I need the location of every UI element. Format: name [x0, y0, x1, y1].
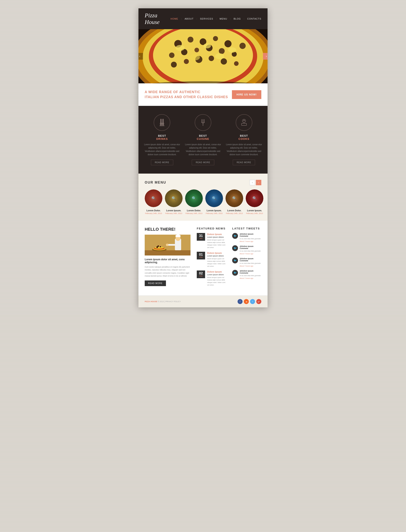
- svg-point-17: [171, 62, 177, 67]
- news-column: FEATURED NEWS 31 JAN Dolore Ipsum Lorem …: [197, 227, 226, 289]
- news-month: FEB: [198, 256, 203, 258]
- news-text: Morbi tempor quam vel massa adpi cursus …: [207, 276, 226, 286]
- nav: HOME • ABOUT • SERVICES • MENU • BLOG • …: [171, 17, 261, 20]
- menu-item[interactable]: 🔍 Lorem Ipsum. February 24th, 2015: [205, 189, 223, 214]
- news-headline[interactable]: Dolore Ipsum: [207, 233, 226, 236]
- menu-prev-button[interactable]: ‹: [250, 180, 255, 185]
- menu-item-date: February 24th, 2013: [246, 212, 263, 214]
- tweet-item: 🐦 @Dolore Ipsum Commete In eu erat vitae…: [232, 233, 261, 242]
- svg-point-49: [158, 245, 159, 247]
- menu-item[interactable]: 🔍 Lorem Ipsum. February 24th, 2013: [246, 189, 263, 214]
- menu-item[interactable]: 🔍 Lorem Dolor. February 24th, 2013: [185, 189, 203, 214]
- tweet-item: 🐦 @Dolore Ipsum Commete In eu erat vitae…: [232, 258, 261, 267]
- news-item: 31 JAN Dolore Ipsum Lorem ipsum dolore M…: [197, 233, 226, 249]
- feature-cooks-btn[interactable]: Read More: [233, 160, 255, 165]
- bottom-section: HELLO THERE!: [138, 221, 268, 296]
- tweet-text: In eu erat vitae felis gramate: [240, 274, 261, 277]
- svg-point-24: [203, 43, 211, 48]
- svg-point-8: [213, 36, 218, 41]
- chef-illustration: [145, 235, 190, 255]
- feature-cuisine: BEST CUISINE Lorem ipsum dolor sit amet,…: [184, 114, 222, 165]
- menu-arrows: ‹ ›: [250, 180, 261, 185]
- svg-point-21: [221, 58, 227, 65]
- hero-next-button[interactable]: ›: [263, 53, 268, 59]
- news-title: FEATURED NEWS: [197, 227, 226, 230]
- news-sub: Lorem ipsum dolore: [207, 236, 226, 238]
- nav-home[interactable]: HOME: [171, 17, 178, 20]
- menu-item-search-icon: 🔍: [151, 196, 156, 201]
- feature-drinks-btn[interactable]: Read More: [151, 160, 174, 165]
- feature-drinks-icon-circle: [154, 114, 170, 131]
- twitter-bird-icon: 🐦: [234, 234, 237, 237]
- svg-point-31: [160, 122, 162, 126]
- news-item: 01 FEB Dolore Ipsum Lorem ipsum dolore M…: [197, 252, 226, 267]
- news-date-box: 31 JAN: [197, 233, 205, 241]
- tweet-handle: @Dolore Ipsum Commete: [240, 270, 261, 274]
- hero-prev-button[interactable]: ‹: [138, 53, 143, 59]
- news-content: Dolore Ipsum Lorem ipsum dolore Morbi te…: [207, 252, 226, 267]
- nav-services[interactable]: SERVICES: [200, 17, 213, 20]
- tweet-content: @Dolore Ipsum Commete In eu erat vitae f…: [240, 233, 261, 242]
- menu-header: OUR MENU ‹ ›: [145, 180, 261, 185]
- menu-item-name: Lorem Ipsum.: [205, 209, 223, 212]
- menu-item[interactable]: 🔍 Lorem Ipsum. February 24th, 2013: [165, 189, 183, 214]
- tweet-time: About 7 hours ago: [240, 253, 261, 255]
- svg-rect-38: [241, 123, 246, 126]
- page-wrapper: Pizza House HOME • ABOUT • SERVICES • ME…: [138, 8, 268, 307]
- news-text: Morbi tempor quam vel massa adpi cursus …: [207, 258, 226, 267]
- tweet-item: 🐦 @Dolore Ipsum Commete In eu erat vitae…: [232, 245, 261, 255]
- menu-section: OUR MENU ‹ › 🔍 Lorem Dolor. February 24t…: [138, 174, 268, 221]
- menu-item-search-icon: 🔍: [252, 196, 257, 201]
- svg-point-22: [234, 61, 239, 66]
- tweet-content: @Dolore Ipsum Commete In eu erat vitae f…: [240, 270, 261, 279]
- news-day: 02: [198, 272, 203, 275]
- svg-point-40: [243, 120, 245, 121]
- tweet-time: About 7 hours ago: [240, 265, 261, 267]
- menu-item-search-icon: 🔍: [212, 196, 217, 201]
- menu-item[interactable]: 🔍 Lorem Dolor. February 24th, 2013: [145, 189, 162, 214]
- twitter-bird-icon: 🐦: [234, 271, 237, 274]
- rss-button[interactable]: ☁: [244, 299, 249, 304]
- twitter-button[interactable]: t: [250, 299, 255, 304]
- hello-image: [145, 235, 190, 255]
- feature-drinks-title: BEST: [143, 134, 181, 137]
- svg-point-14: [219, 48, 225, 54]
- news-headline[interactable]: Dolore Ipsum: [207, 252, 226, 254]
- tweet-time: About 7 hours ago: [240, 277, 261, 279]
- menu-next-button[interactable]: ›: [256, 180, 261, 185]
- svg-point-55: [166, 244, 168, 246]
- nav-contacts[interactable]: CONTACTS: [247, 17, 261, 20]
- feature-cuisine-btn[interactable]: Read More: [192, 160, 214, 165]
- hello-subtitle: Lorem ipsum dolor sit amet, cons adipisc…: [145, 258, 190, 264]
- feature-drinks-subtitle: DRINKS: [143, 137, 181, 140]
- menu-item[interactable]: 🔍 Lorem Dolor. February 24th, 2013: [225, 189, 243, 214]
- nav-about[interactable]: ABOUT: [185, 17, 194, 20]
- menu-title: OUR MENU: [145, 181, 166, 185]
- googleplus-button[interactable]: g+: [256, 299, 261, 304]
- news-headline[interactable]: Dolore Ipsum: [207, 271, 226, 273]
- cta-text: A WIDE RANGE OF AUTHENTIC ITALIAN PIZZAS…: [145, 90, 228, 100]
- twitter-icon: 🐦: [232, 270, 238, 276]
- cooks-icon: [239, 118, 249, 127]
- svg-rect-53: [176, 235, 180, 236]
- logo: Pizza House: [145, 12, 171, 25]
- feature-cooks-desc: Lorem ipsum dolor sit amet, conse etur a…: [225, 143, 263, 156]
- menu-item-search-icon: 🔍: [232, 196, 237, 201]
- nav-menu[interactable]: MENU: [220, 17, 227, 20]
- menu-item-name: Lorem Ipsum.: [246, 209, 263, 212]
- footer: PIZZA HOUSE © 2013 | PRIVACY POLICY f ☁ …: [138, 296, 268, 307]
- features-section: BEST DRINKS Lorem ipsum dolor sit amet, …: [138, 106, 268, 174]
- nav-blog[interactable]: BLOG: [234, 17, 241, 20]
- svg-point-27: [215, 53, 224, 59]
- news-item: 02 FEB Dolore Ipsum Lorem ipsum dolore M…: [197, 271, 226, 286]
- hire-us-button[interactable]: HIRE US NOW!: [232, 90, 261, 99]
- tweet-text: In eu erat vitae felis gramate: [240, 262, 261, 265]
- facebook-button[interactable]: f: [238, 299, 243, 304]
- svg-point-12: [195, 48, 199, 52]
- tweets-title: LATEST TWEETS: [232, 227, 261, 230]
- footer-brand: PIZZA HOUSE: [145, 301, 157, 303]
- twitter-icon: 🐦: [232, 233, 238, 239]
- svg-rect-42: [145, 250, 190, 255]
- news-date-box: 02 FEB: [197, 271, 205, 278]
- hello-read-more-button[interactable]: Read More: [145, 281, 166, 286]
